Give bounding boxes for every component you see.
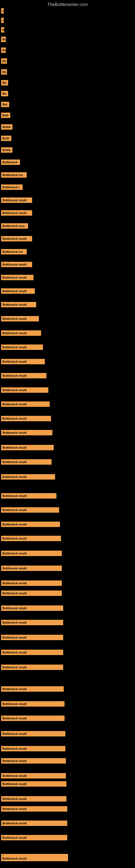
result-item: r	[1, 18, 4, 24]
result-item: Bottl	[1, 135, 11, 142]
result-item: Bottleneck result	[1, 701, 64, 708]
result-item: Bottleneck result	[1, 316, 39, 322]
result-item: Bottleneck result	[1, 635, 63, 641]
result-label: Bottleneck result	[1, 493, 56, 499]
result-item: Bottleneck result	[1, 275, 34, 281]
result-label: Bo	[1, 69, 7, 74]
result-item: Bottleneck result	[1, 401, 50, 408]
result-label: r	[1, 18, 4, 23]
result-label: Bottleneck result	[1, 507, 59, 513]
result-label: Bottleneck result	[1, 781, 66, 786]
result-item: Bottleneck result	[1, 835, 67, 841]
result-item: Bottleneck result	[1, 236, 32, 243]
result-item: Bottleneck result	[1, 197, 32, 204]
site-title: TheBottlenecker.com	[0, 0, 135, 8]
result-label: Bottleneck result	[1, 459, 52, 465]
result-item: Bottleneck result	[1, 796, 66, 803]
result-item: Bottleneck result	[1, 781, 66, 788]
result-label: Bottleneck result	[1, 820, 67, 826]
result-item: Bo	[1, 91, 8, 97]
result-label: Bottleneck result	[1, 522, 60, 527]
result-label: Bottleneck result	[1, 445, 54, 450]
result-item: Bottleneck result	[1, 507, 59, 514]
result-item: Bottleneck result	[1, 820, 67, 827]
result-item: Bottleneck result	[1, 493, 56, 500]
result-item: Bottle	[1, 124, 12, 131]
result-item: Bottleneck result	[1, 430, 52, 436]
result-item: Bottleneck resu	[1, 223, 28, 230]
result-item: Bo	[1, 69, 7, 76]
result-label: Bottleneck result	[1, 856, 68, 861]
result-label: Bottleneck result	[1, 302, 36, 307]
result-item: Bottleneck result	[1, 590, 62, 597]
result-label: Bottleneck result	[1, 430, 52, 435]
result-label: Bottleneck result	[1, 373, 46, 378]
result-label: Bottleneck result	[1, 359, 45, 364]
result-item: Bottleneck result	[1, 686, 64, 693]
result-item: Bottleneck result	[1, 650, 63, 656]
result-label: Bottleneck result	[1, 716, 64, 721]
result-label: Bottleneck result	[1, 773, 66, 778]
result-label: Bottleneck result	[1, 565, 62, 571]
result-label: Bo	[1, 37, 6, 42]
result-item: Bottleneck result	[1, 551, 62, 557]
result-item: Bottleneck result	[1, 344, 43, 351]
result-item: Bottleneck res	[1, 249, 27, 255]
result-label: Bottleneck result	[1, 288, 35, 294]
result-label: Bottleneck result	[1, 236, 32, 241]
result-item: Bottleneck result	[1, 302, 36, 308]
result-label: Bottleneck	[1, 159, 20, 165]
result-item: Bottleneck result	[1, 565, 62, 572]
result-item: Bottleneck result	[1, 522, 60, 528]
result-label: Bottleneck result	[1, 606, 63, 611]
page-wrapper: TheBottlenecker.com rrBBoBoBoBoBoBoBotBo…	[0, 0, 135, 868]
result-label: Bottleneck result	[1, 686, 64, 692]
result-item: Bottleneck result	[1, 620, 63, 626]
result-label: Bottleneck resu	[1, 223, 28, 229]
result-item: Bottleneck	[1, 159, 20, 166]
result-label: Bottleneck result	[1, 581, 62, 586]
result-label: Bottleneck result	[1, 401, 50, 407]
result-label: Bottl	[1, 135, 11, 141]
result-item: Bottleneck result	[1, 536, 61, 542]
result-item: Bottleneck result	[1, 210, 32, 217]
result-label: Bott	[1, 113, 10, 118]
result-label: Bottleneck result	[1, 474, 55, 479]
result-item: Bottleneck r	[1, 184, 23, 191]
result-label: Bottleneck result	[1, 635, 63, 640]
result-label: Bottleneck result	[1, 590, 62, 596]
result-label: Bottleneck result	[1, 388, 48, 393]
result-label: Bo	[1, 91, 8, 96]
result-label: Bottleneck result	[1, 796, 66, 802]
result-item: Bo	[1, 80, 8, 87]
result-label: Bottleneck result	[1, 650, 63, 655]
result-item: Bottleneck result	[1, 806, 67, 813]
result-item: r	[1, 8, 4, 14]
result-label: Bottleneck result	[1, 330, 41, 336]
result-item: Bottleneck result	[1, 664, 63, 671]
result-label: Bot	[1, 102, 9, 107]
result-label: Bottleneck result	[1, 551, 62, 556]
result-item: Bottleneck result	[1, 373, 46, 379]
result-label: Bottleneck result	[1, 416, 51, 421]
result-item: Bottleneck result	[1, 416, 51, 422]
result-item: Bottleneck result	[1, 856, 68, 862]
result-item: Bottleneck result	[1, 359, 45, 365]
result-item: Bottleneck result	[1, 262, 32, 268]
result-label: Bottleneck res	[1, 172, 27, 178]
result-label: Bottleneck result	[1, 731, 65, 737]
result-item: Bottleneck result	[1, 731, 65, 738]
result-label: Bottleneck result	[1, 344, 43, 350]
result-item: B	[1, 27, 4, 34]
result-item: Bo	[1, 48, 6, 54]
result-label: Bottleneck result	[1, 758, 66, 764]
result-label: Bottleneck result	[1, 835, 67, 840]
result-label: Bottleneck result	[1, 746, 65, 751]
result-item: Bottleneck result	[1, 330, 41, 337]
result-label: Bottleneck res	[1, 249, 27, 254]
result-label: Bottle	[1, 147, 12, 153]
result-item: Bottleneck result	[1, 445, 54, 452]
result-item: Bo	[1, 37, 6, 43]
result-item: Bott	[1, 113, 10, 119]
result-item: Bottleneck result	[1, 758, 66, 765]
